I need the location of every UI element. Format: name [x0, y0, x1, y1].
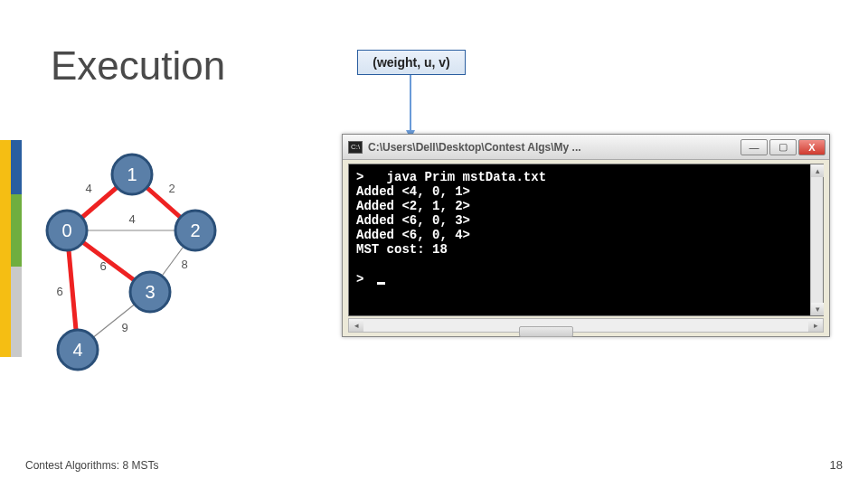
edge-weight: 6 [56, 285, 62, 298]
scroll-thumb[interactable] [519, 326, 573, 337]
callout-arrow [410, 75, 411, 138]
cmd-icon: C:\ [348, 141, 363, 154]
maximize-button[interactable]: ▢ [769, 139, 797, 155]
console-output: > java Prim mstData.txt Added <4, 0, 1> … [349, 164, 810, 315]
slide-title: Execution [51, 43, 225, 89]
decor-stripe-grey [11, 267, 22, 357]
graph-node-label: 1 [127, 164, 137, 184]
edge-weight: 2 [168, 182, 175, 195]
vertical-scrollbar[interactable]: ▴ ▾ [810, 164, 823, 315]
decor-stripe-blue [11, 140, 22, 194]
page-number: 18 [830, 458, 843, 472]
cursor [377, 282, 385, 285]
console-window: C:\ C:\Users\Dell\Desktop\Contest Algs\M… [342, 134, 830, 337]
edge-weight: 6 [99, 259, 106, 273]
edge-weight: 4 [128, 212, 135, 226]
edge-weight: 9 [121, 321, 127, 334]
scroll-left-icon[interactable]: ◂ [349, 319, 363, 332]
footer-left: Contest Algorithms: 8 MSTs [25, 459, 158, 472]
close-button[interactable]: X [798, 139, 826, 155]
graph-node-label: 2 [190, 221, 200, 240]
edge-weight: 8 [181, 258, 187, 271]
minimize-button[interactable]: — [741, 139, 768, 155]
graph-node-label: 4 [72, 340, 82, 360]
decor-stripe-yellow [0, 140, 11, 357]
callout-label: (weight, u, v) [357, 50, 466, 75]
graph-node-label: 3 [145, 282, 155, 302]
mst-graph: 424686901234 [24, 140, 231, 375]
graph-node-label: 0 [61, 221, 71, 240]
horizontal-scrollbar[interactable]: ◂ ▸ [348, 318, 824, 333]
edge-weight: 4 [85, 182, 91, 195]
console-viewport: > java Prim mstData.txt Added <4, 0, 1> … [348, 164, 824, 316]
scroll-down-icon[interactable]: ▾ [811, 303, 824, 315]
scroll-right-icon[interactable]: ▸ [808, 319, 823, 332]
window-title: C:\Users\Dell\Desktop\Contest Algs\My ..… [368, 141, 741, 154]
decor-stripe-green [11, 194, 22, 267]
scroll-up-icon[interactable]: ▴ [811, 164, 824, 177]
window-titlebar[interactable]: C:\ C:\Users\Dell\Desktop\Contest Algs\M… [343, 135, 829, 160]
